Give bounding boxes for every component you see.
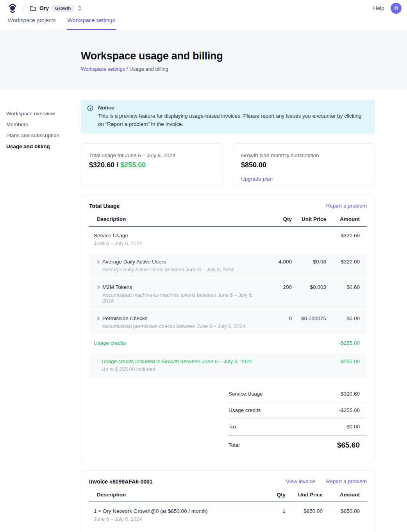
invoice-table: Description Qty Unit Price Amount 1 × Or… <box>89 492 367 528</box>
row-amount: $320.60 <box>326 233 360 238</box>
settings-sidebar: Workspace overview Members Plans and sub… <box>6 111 77 154</box>
table-row-average-daily-active-users: Average Daily Active Users Average Daily… <box>89 254 367 278</box>
usage-separator: / <box>114 161 120 169</box>
usage-included-amount: $255.00 <box>120 161 146 169</box>
col-description: Description <box>97 216 261 222</box>
sidebar-item-workspace-overview[interactable]: Workspace overview <box>6 111 77 116</box>
col-amount: Amount <box>323 492 360 498</box>
row-title: Service Usage <box>94 233 261 238</box>
chevron-right-icon[interactable] <box>96 316 101 321</box>
summary-value: $320.60 <box>341 391 360 397</box>
row-qty: 4,000 <box>261 259 292 265</box>
upgrade-plan-link[interactable]: Upgrade plan <box>241 176 273 182</box>
col-description: Description <box>97 492 256 498</box>
sidebar-item-members[interactable]: Members <box>6 122 77 127</box>
row-unit-price: $0.08 <box>292 259 326 265</box>
workspace-switcher-icon[interactable] <box>77 5 82 11</box>
table-row-usage-credits: Usage credits -$255.00 <box>89 334 367 352</box>
info-icon <box>87 105 93 129</box>
col-unit-price: Unit Price <box>292 216 326 222</box>
usage-table: Description Qty Unit Price Amount Servic… <box>89 216 367 377</box>
summary-label: Tax <box>228 424 237 430</box>
table-row-m2m-tokens: M2M Tokens Accumulated machine-to-machin… <box>89 279 367 309</box>
summary-label: Usage credits <box>228 407 261 413</box>
summary-value: -$255.00 <box>339 407 360 413</box>
workspace-name[interactable]: Ory <box>39 5 49 11</box>
breadcrumb-sep: / <box>125 66 129 72</box>
breadcrumb-separator: / <box>23 5 24 11</box>
total-usage-panel: Total Usage Report a problem Description… <box>81 195 375 460</box>
row-subtitle: Accumulated machine-to-machine tokens be… <box>102 292 261 304</box>
ory-logo-icon[interactable] <box>8 3 17 13</box>
total-value: $65.60 <box>337 441 360 450</box>
row-amount: -$255.00 <box>326 358 360 364</box>
row-amount: $850.00 <box>323 508 360 514</box>
summary-value: $0.00 <box>346 424 360 430</box>
sidebar-item-plans-and-subscription[interactable]: Plans and subscription <box>6 133 77 138</box>
folder-icon <box>30 5 36 12</box>
total-usage-label: Total usage for June 6 – July 6, 2024 <box>89 152 215 158</box>
summary-label: Service Usage <box>228 391 263 397</box>
chevron-right-icon[interactable] <box>96 285 101 290</box>
usage-panel-title: Total Usage <box>89 203 120 209</box>
row-qty: 0 <box>261 315 292 321</box>
col-qty: Qty <box>256 492 286 498</box>
breadcrumb-current: Usage and billing <box>129 66 168 72</box>
plan-badge: Growth <box>52 5 74 12</box>
row-title: Usage credits included in Growth between… <box>102 358 261 364</box>
page-title: Workspace usage and billing <box>81 50 407 62</box>
row-qty: 200 <box>261 284 292 290</box>
usage-used-amount: $320.60 <box>89 161 114 169</box>
subscription-label: Growth plan monthly subscription <box>241 152 367 158</box>
row-subtitle: Average Daily Active Users between June … <box>102 267 234 272</box>
usage-table-header: Description Qty Unit Price Amount <box>89 216 367 227</box>
summary-row-tax: Tax $0.00 <box>228 419 367 435</box>
row-amount: -$255.00 <box>326 340 360 346</box>
user-avatar[interactable]: H <box>391 3 402 14</box>
table-row-service-usage: Service Usage June 6 – July 6, 2024 $320… <box>89 227 367 252</box>
row-subtitle: June 6 – July 6, 2024 <box>94 516 256 522</box>
tab-workspace-settings[interactable]: Workspace settings <box>67 16 116 30</box>
total-usage-card: Total usage for June 6 – July 6, 2024 $3… <box>81 143 223 186</box>
billing-summary-cards: Total usage for June 6 – July 6, 2024 $3… <box>81 143 375 186</box>
row-subtitle: Accumulated permission checks between Ju… <box>102 323 245 329</box>
row-subtitle: Up to $ 255.00 included <box>102 366 261 372</box>
table-row-usage-credits-detail: Usage credits included in Growth between… <box>89 353 367 377</box>
page-header: Workspace usage and billing Workspace se… <box>0 30 407 89</box>
table-row-invoice-line: 1 × Ory Network Growth@0 (at $850.00 / m… <box>89 502 367 528</box>
report-a-problem-link[interactable]: Report a problem <box>326 478 367 484</box>
view-invoice-link[interactable]: View invoice <box>286 478 315 484</box>
help-link[interactable]: Help <box>373 5 384 11</box>
subscription-amount: $850.00 <box>241 161 367 169</box>
row-title: Average Daily Active Users <box>102 259 234 265</box>
notice-title: Notice <box>98 105 367 111</box>
row-title: M2M Tokens <box>102 284 261 290</box>
report-a-problem-link[interactable]: Report a problem <box>326 203 367 209</box>
col-unit-price: Unit Price <box>286 492 323 498</box>
row-title: Permission Checks <box>102 315 245 321</box>
row-amount: $320.00 <box>326 259 360 265</box>
row-amount: $0.00 <box>326 315 360 321</box>
table-row-permission-checks: Permission Checks Accumulated permission… <box>89 310 367 334</box>
row-qty: 1 <box>256 508 286 514</box>
invoice-table-header: Description Qty Unit Price Amount <box>89 492 367 502</box>
summary-row-total: Total $65.60 <box>228 435 367 450</box>
row-unit-price: $0.000075 <box>292 315 326 321</box>
summary-row-usage-credits: Usage credits -$255.00 <box>228 402 367 419</box>
row-subtitle: June 6 – July 6, 2024 <box>94 240 261 246</box>
usage-summary: Service Usage $320.60 Usage credits -$25… <box>228 386 367 450</box>
invoice-panel: Invoice #8099AFA6-0001 View invoice Repo… <box>81 470 375 532</box>
notice-body: This is a preview feature for displaying… <box>98 112 367 129</box>
total-label: Total <box>228 442 240 448</box>
row-title: 1 × Ory Network Growth@0 (at $850.00 / m… <box>94 508 256 514</box>
summary-row-service-usage: Service Usage $320.60 <box>228 386 367 402</box>
tab-workspace-projects[interactable]: Workspace projects <box>7 16 57 30</box>
sidebar-item-usage-and-billing[interactable]: Usage and billing <box>6 143 77 149</box>
subscription-card: Growth plan monthly subscription $850.00… <box>233 143 375 186</box>
col-qty: Qty <box>261 216 292 222</box>
top-bar: / Ory Growth Help H <box>0 0 407 16</box>
invoice-title: Invoice #8099AFA6-0001 <box>89 478 153 485</box>
breadcrumb-workspace-settings-link[interactable]: Workspace settings <box>81 66 125 72</box>
preview-notice: Notice This is a preview feature for dis… <box>81 100 375 134</box>
chevron-right-icon[interactable] <box>96 259 101 265</box>
